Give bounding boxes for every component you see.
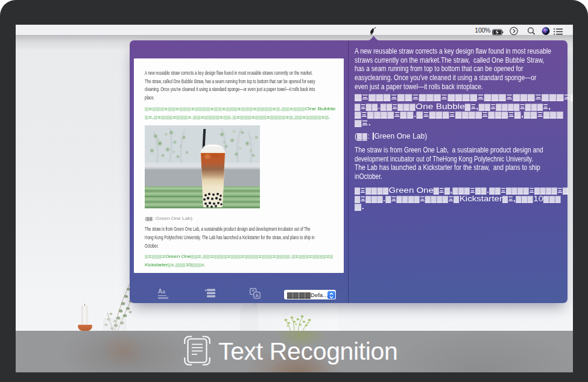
svg-text:A: A	[256, 293, 259, 298]
